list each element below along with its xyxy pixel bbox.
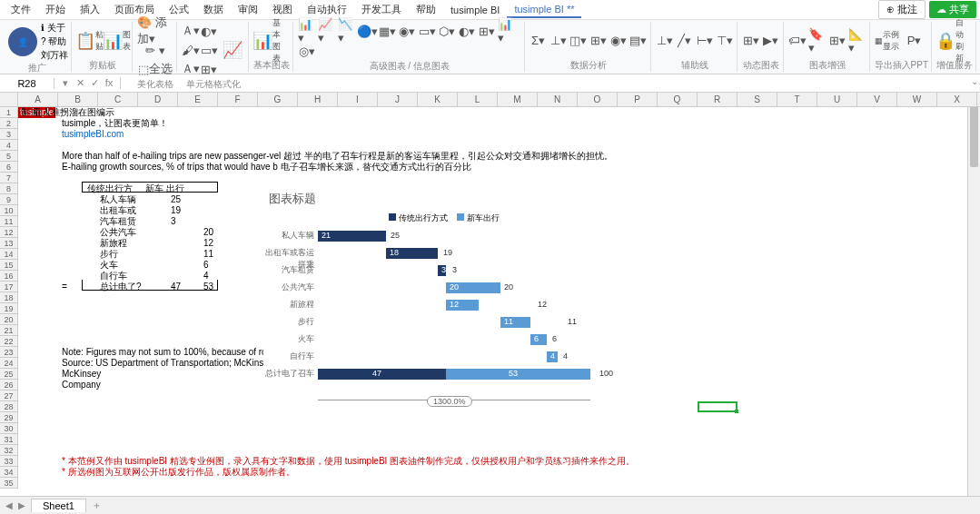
adv-10[interactable]: ⊞▾ — [478, 22, 496, 40]
adv-12[interactable]: ◎▾ — [298, 42, 316, 60]
row-header-24[interactable]: 24 — [0, 358, 17, 369]
row-header-17[interactable]: 17 — [0, 282, 17, 292]
col-header-T[interactable]: T — [777, 93, 817, 106]
row-header-20[interactable]: 20 — [0, 314, 17, 325]
row-header-26[interactable]: 26 — [0, 380, 17, 390]
row-header-35[interactable]: 35 — [0, 478, 17, 489]
col-header-I[interactable]: I — [338, 93, 378, 106]
basic-chart-btn[interactable]: 📊基本图表 — [253, 23, 279, 59]
fmt-a[interactable]: Ａ▾ — [182, 22, 200, 40]
dropdown-icon[interactable]: ▾ — [58, 77, 73, 89]
an-2[interactable]: ⊥▾ — [549, 32, 568, 50]
col-header-P[interactable]: P — [618, 93, 658, 106]
col-header-D[interactable]: D — [138, 93, 178, 106]
help-button[interactable]: ? 帮助 — [41, 35, 68, 48]
adv-7[interactable]: ▭▾ — [418, 22, 436, 40]
row-header-28[interactable]: 28 — [0, 401, 17, 412]
spreadsheet-grid[interactable]: ABCDEFGHIJKLMNOPQRSTUVWX 123456789101112… — [0, 93, 980, 496]
row-header-21[interactable]: 21 — [0, 325, 17, 336]
menu-tusimple2[interactable]: tusimple BI ** — [507, 2, 581, 18]
col-header-X[interactable]: X — [937, 93, 977, 106]
row-header-23[interactable]: 23 — [0, 347, 17, 358]
row-header-19[interactable]: 19 — [0, 303, 17, 314]
adv-1[interactable]: 📊▾ — [298, 22, 316, 40]
menu-tusimple1[interactable]: tusimple BI — [443, 3, 507, 17]
col-header-V[interactable]: V — [857, 93, 897, 106]
col-header-J[interactable]: J — [378, 93, 418, 106]
row-header-33[interactable]: 33 — [0, 456, 17, 467]
select-all-btn[interactable]: ⬚ 全选 — [137, 60, 173, 78]
dy-2[interactable]: ▶▾ — [762, 32, 780, 50]
collapse-ribbon-icon[interactable]: ⌄ — [971, 76, 978, 86]
scrollbar-vertical[interactable] — [967, 93, 980, 496]
name-box[interactable]: R28 — [0, 78, 54, 89]
menu-insert[interactable]: 插入 — [73, 1, 107, 18]
style-btn2[interactable]: ✏ ▾ — [137, 41, 173, 59]
adv-6[interactable]: ◉▾ — [398, 22, 416, 40]
cancel-icon[interactable]: ✕ — [73, 77, 87, 89]
col-header-R[interactable]: R — [698, 93, 737, 106]
row-header-8[interactable]: 8 — [0, 183, 17, 194]
fmt-e[interactable]: Ａ▾ — [182, 60, 200, 78]
col-header-F[interactable]: F — [218, 93, 258, 106]
row-header-30[interactable]: 30 — [0, 423, 17, 434]
row-header-10[interactable]: 10 — [0, 205, 17, 216]
row-header-22[interactable]: 22 — [0, 336, 17, 347]
sheet-tab-1[interactable]: Sheet1 — [31, 499, 86, 512]
row-header-27[interactable]: 27 — [0, 390, 17, 401]
add-sheet-icon[interactable]: ＋ — [92, 499, 102, 512]
col-header-W[interactable]: W — [897, 93, 937, 106]
en-2[interactable]: 🔖▾ — [808, 32, 827, 50]
select-all-corner[interactable] — [0, 93, 18, 107]
row-header-2[interactable]: 2 — [0, 118, 17, 129]
fmt-c[interactable]: 🖌▾ — [182, 41, 200, 59]
row-header-11[interactable]: 11 — [0, 216, 17, 227]
column-headers[interactable]: ABCDEFGHIJKLMNOPQRSTUVWX — [18, 93, 980, 107]
row-header-7[interactable]: 7 — [0, 173, 17, 183]
adv-5[interactable]: ▦▾ — [378, 22, 396, 40]
ax-4[interactable]: ⊤▾ — [716, 32, 734, 50]
chart-big[interactable]: 📈 — [220, 32, 245, 68]
row-header-5[interactable]: 5 — [0, 151, 17, 162]
row-header-6[interactable]: 6 — [0, 162, 17, 173]
row-header-18[interactable]: 18 — [0, 292, 17, 303]
ax-3[interactable]: ⊢▾ — [696, 32, 714, 50]
row-header-31[interactable]: 31 — [0, 434, 17, 445]
row-header-4[interactable]: 4 — [0, 140, 17, 151]
paste-button[interactable]: 📋粘贴 — [76, 23, 102, 59]
adv-3[interactable]: 📉▾ — [338, 22, 356, 40]
en-3[interactable]: ⊞▾ — [828, 32, 846, 50]
chart-button[interactable]: 📊图表 — [104, 23, 129, 59]
col-header-U[interactable]: U — [817, 93, 857, 106]
col-header-O[interactable]: O — [578, 93, 618, 106]
menu-auto[interactable]: 自动执行 — [300, 1, 354, 18]
row-header-12[interactable]: 12 — [0, 227, 17, 238]
col-header-N[interactable]: N — [538, 93, 578, 106]
an-6[interactable]: ▤▾ — [629, 32, 648, 50]
about-button[interactable]: ℹ 关于 — [41, 22, 68, 35]
col-header-A[interactable]: A — [18, 93, 58, 106]
col-header-M[interactable]: M — [498, 93, 538, 106]
menu-dev[interactable]: 开发工具 — [354, 1, 409, 18]
ax-1[interactable]: ⊥▾ — [656, 32, 674, 50]
row-header-16[interactable]: 16 — [0, 271, 17, 282]
col-header-C[interactable]: C — [98, 93, 138, 106]
fmt-f[interactable]: ⊞▾ — [200, 60, 218, 78]
row-header-32[interactable]: 32 — [0, 445, 17, 456]
fx-icon[interactable]: fx — [102, 77, 116, 89]
share-button[interactable]: ☁ 共享 — [929, 1, 976, 18]
col-header-B[interactable]: B — [58, 93, 98, 106]
menu-home[interactable]: 开始 — [38, 1, 73, 18]
adv-8[interactable]: ⬡▾ — [438, 22, 456, 40]
row-header-25[interactable]: 25 — [0, 369, 17, 380]
row-header-1[interactable]: 1 — [0, 107, 17, 118]
tab-prev-icon[interactable]: ◀ — [5, 500, 13, 510]
col-header-L[interactable]: L — [458, 93, 498, 106]
row-headers[interactable]: 1234567891011121314151617181920212223242… — [0, 107, 18, 489]
row-header-13[interactable]: 13 — [0, 238, 17, 249]
ex-ppt[interactable]: P▾ — [906, 32, 924, 50]
row-header-34[interactable]: 34 — [0, 467, 17, 478]
adv-4[interactable]: 🔵▾ — [358, 22, 376, 40]
col-header-G[interactable]: G — [258, 93, 298, 106]
style-btn[interactable]: 🎨 添加▾ — [137, 22, 173, 40]
